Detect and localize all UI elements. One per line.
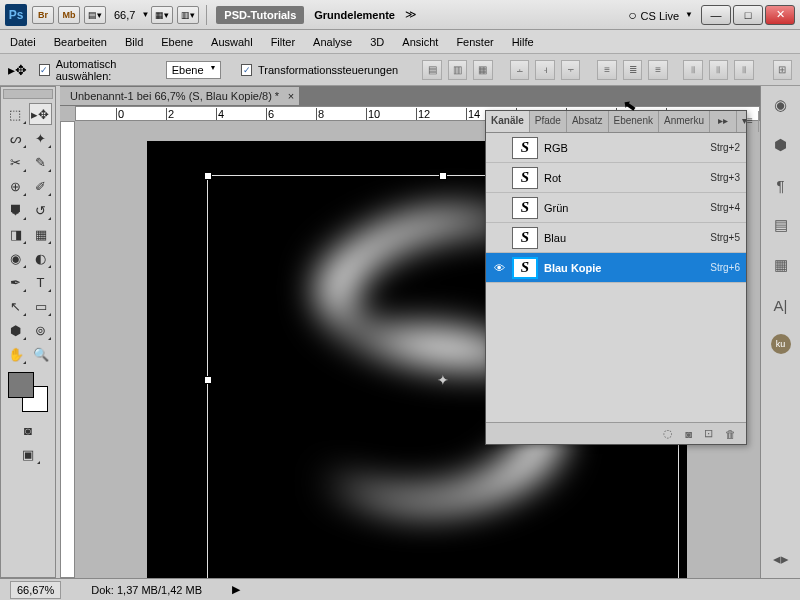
dock-icon[interactable]: ◉ [769,94,793,116]
3d-tool[interactable]: ⬢ [4,319,27,341]
dock-icon[interactable]: ▤ [769,214,793,236]
new-channel-icon[interactable]: ⊡ [704,427,713,440]
doc-tab[interactable]: Unbenannt-1 bei 66,7% (S, Blau Kopie/8) … [60,87,299,105]
menu-analyse[interactable]: Analyse [313,36,352,48]
align-icon[interactable]: ▤ [422,60,441,80]
menu-bearbeiten[interactable]: Bearbeiten [54,36,107,48]
dist-icon[interactable]: ⦀ [734,60,753,80]
minimize-button[interactable]: — [701,5,731,25]
wand-tool[interactable]: ✦ [29,127,52,149]
quickmask-icon[interactable]: ◙ [16,419,41,441]
stamp-tool[interactable]: ⛊ [4,199,27,221]
bridge-badge[interactable]: Br [32,6,54,24]
brush-tool[interactable]: ✐ [29,175,52,197]
pen-tool[interactable]: ✒ [4,271,27,293]
maximize-button[interactable]: □ [733,5,763,25]
tab-kanaele[interactable]: Kanäle [486,111,530,132]
color-swatch[interactable] [8,372,48,412]
channel-row[interactable]: SRGBStrg+2 [486,133,746,163]
tab-anmerk[interactable]: Anmerku [659,111,710,132]
autoalign-icon[interactable]: ⊞ [773,60,792,80]
zoom-value[interactable]: 66,7 [114,9,135,21]
align-icon[interactable]: ⫟ [561,60,580,80]
screenmode-icon[interactable]: ▤▾ [84,6,106,24]
kuler-icon[interactable]: ku [771,334,791,354]
align-icon[interactable]: ⫞ [535,60,554,80]
align-icon[interactable]: ⫠ [510,60,529,80]
3dcam-tool[interactable]: ⊚ [29,319,52,341]
move-tool[interactable]: ▸✥ [29,103,52,125]
dist-icon[interactable]: ≣ [623,60,642,80]
dodge-tool[interactable]: ◐ [29,247,52,269]
crop-tool[interactable]: ✂ [4,151,27,173]
dropdown-icon[interactable]: ▼ [685,10,693,19]
dist-icon[interactable]: ⦀ [683,60,702,80]
dock-icon[interactable]: ¶ [769,174,793,196]
extras-icon[interactable]: ▥▾ [177,6,199,24]
channel-row[interactable]: 👁SBlau KopieStrg+6 [486,253,746,283]
dist-icon[interactable]: ≡ [648,60,667,80]
workspace-grund[interactable]: Grundelemente [314,9,395,21]
status-zoom[interactable]: 66,67% [10,581,61,599]
hand-tool[interactable]: ✋ [4,343,27,365]
load-selection-icon[interactable]: ◌ [663,427,673,440]
eraser-tool[interactable]: ◨ [4,223,27,245]
heal-tool[interactable]: ⊕ [4,175,27,197]
visibility-icon[interactable]: 👁 [492,262,506,274]
auto-select-dropdown[interactable]: Ebene [166,61,221,79]
cslive[interactable]: CS Live [628,7,679,23]
menu-3d[interactable]: 3D [370,36,384,48]
align-icon[interactable]: ▦ [473,60,492,80]
dock-icon[interactable]: ⬢ [769,134,793,156]
transform-handle[interactable] [204,172,212,180]
minibridge-badge[interactable]: Mb [58,6,80,24]
path-tool[interactable]: ↖ [4,295,27,317]
shape-tool[interactable]: ▭ [29,295,52,317]
move-tool-icon[interactable]: ▸✥ [8,62,27,78]
delete-channel-icon[interactable]: 🗑 [725,428,736,440]
ruler-vertical[interactable] [60,121,75,578]
channel-row[interactable]: SGrünStrg+4 [486,193,746,223]
menu-datei[interactable]: Datei [10,36,36,48]
screenmode-tool[interactable]: ▣ [16,443,41,465]
zoom-tool[interactable]: 🔍 [29,343,52,365]
menu-filter[interactable]: Filter [271,36,295,48]
panel-menu-icon[interactable]: ▾≡ [737,111,759,132]
close-button[interactable]: ✕ [765,5,795,25]
transform-handle[interactable] [439,172,447,180]
panel-more-icon[interactable]: ▸▸ [710,111,737,132]
dist-icon[interactable]: ⦀ [709,60,728,80]
tab-ebenenk[interactable]: Ebenenk [609,111,659,132]
align-icon[interactable]: ▥ [448,60,467,80]
dropdown-icon[interactable]: ▼ [141,10,149,19]
transform-handle[interactable] [204,376,212,384]
gradient-tool[interactable]: ▦ [29,223,52,245]
marquee-tool[interactable]: ⬚ [4,103,27,125]
lasso-tool[interactable]: ᔕ [4,127,27,149]
type-tool[interactable]: T [29,271,52,293]
transform-checkbox[interactable]: ✓ [241,64,252,76]
channel-row[interactable]: SBlauStrg+5 [486,223,746,253]
auto-select-checkbox[interactable]: ✓ [39,64,50,76]
toolbox-grip[interactable] [3,89,53,99]
history-tool[interactable]: ↺ [29,199,52,221]
channel-row[interactable]: SRotStrg+3 [486,163,746,193]
status-doc[interactable]: Dok: 1,37 MB/1,42 MB [91,584,202,596]
menu-fenster[interactable]: Fenster [456,36,493,48]
dock-icon[interactable]: ▦ [769,254,793,276]
menu-hilfe[interactable]: Hilfe [512,36,534,48]
tab-pfade[interactable]: Pfade [530,111,567,132]
more-icon[interactable]: ≫ [405,8,417,21]
arrange-icon[interactable]: ▦▾ [151,6,173,24]
workspace-psd[interactable]: PSD-Tutorials [216,6,304,24]
save-selection-icon[interactable]: ◙ [685,428,692,440]
menu-ebene[interactable]: Ebene [161,36,193,48]
blur-tool[interactable]: ◉ [4,247,27,269]
menu-ansicht[interactable]: Ansicht [402,36,438,48]
tab-absatz[interactable]: Absatz [567,111,609,132]
status-arrow-icon[interactable]: ▶ [232,583,240,596]
dock-icon[interactable]: A| [769,294,793,316]
menu-auswahl[interactable]: Auswahl [211,36,253,48]
dock-expand-icon[interactable]: ◂▸ [769,548,793,570]
dist-icon[interactable]: ≡ [597,60,616,80]
